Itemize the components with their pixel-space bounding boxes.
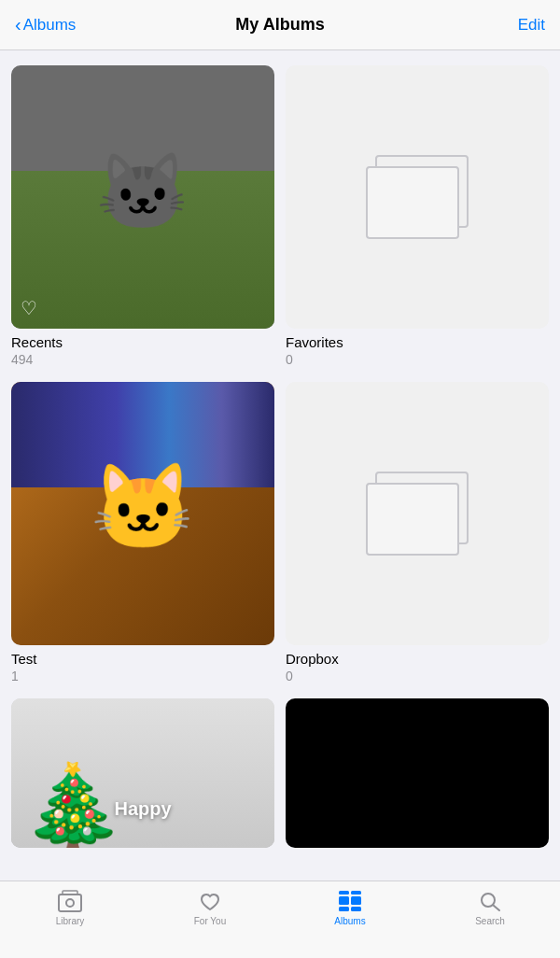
album-name-recents: Recents (11, 334, 274, 350)
library-icon (57, 889, 83, 913)
tab-library[interactable]: Library (0, 889, 140, 926)
album-name-test: Test (11, 651, 274, 667)
album-count-dropbox: 0 (286, 669, 549, 683)
heart-icon: ♡ (21, 297, 37, 319)
album-grid: ♡ Recents 494 Favorites 0 Te (11, 65, 549, 848)
svg-point-2 (66, 899, 74, 907)
svg-rect-7 (339, 891, 349, 895)
svg-rect-0 (59, 895, 81, 911)
album-item-test[interactable]: Test 1 (11, 382, 274, 683)
album-thumb-favorites (286, 65, 549, 329)
album-thumb-christmas: 🎄 Happy (11, 698, 274, 848)
page-title: My Albums (235, 15, 324, 35)
tab-albums-label: Albums (334, 916, 365, 926)
tab-albums[interactable]: Albums (280, 889, 420, 926)
album-thumb-recents: ♡ (11, 65, 274, 329)
album-item-recents[interactable]: ♡ Recents 494 (11, 65, 274, 367)
album-item-christmas[interactable]: 🎄 Happy (11, 698, 274, 848)
svg-rect-3 (339, 896, 349, 905)
album-count-test: 1 (11, 669, 274, 683)
favorites-empty (286, 65, 549, 329)
for-you-icon (197, 889, 223, 913)
tab-library-label: Library (56, 916, 85, 926)
chevron-left-icon: ‹ (15, 14, 21, 35)
stack-rect-2 (366, 166, 459, 239)
album-name-dropbox: Dropbox (286, 651, 549, 667)
xmas-tree-icon: 🎄 (21, 759, 125, 848)
tab-search-label: Search (475, 916, 505, 926)
empty-stack-dropbox-icon (366, 472, 469, 556)
albums-content: ♡ Recents 494 Favorites 0 Te (0, 50, 560, 881)
tab-bar: Library For You Albums Search (0, 881, 560, 958)
album-item-favorites[interactable]: Favorites 0 (286, 65, 549, 367)
svg-line-10 (494, 906, 500, 911)
svg-rect-5 (339, 907, 349, 911)
albums-icon (337, 889, 363, 913)
stack-rect-d2 (366, 483, 459, 556)
tab-for-you[interactable]: For You (140, 889, 280, 926)
recents-photo (11, 65, 274, 329)
tab-search[interactable]: Search (420, 889, 560, 926)
album-count-favorites: 0 (286, 352, 549, 367)
test-photo (11, 382, 274, 645)
back-button[interactable]: ‹ Albums (15, 14, 76, 35)
album-name-favorites: Favorites (286, 334, 549, 350)
empty-stack-icon (366, 155, 469, 239)
tab-for-you-label: For You (194, 916, 226, 926)
svg-rect-6 (351, 907, 361, 911)
svg-rect-8 (351, 891, 361, 895)
edit-button[interactable]: Edit (518, 16, 545, 35)
album-item-dropbox[interactable]: Dropbox 0 (286, 382, 549, 683)
album-thumb-test (11, 382, 274, 645)
album-thumb-dropbox (286, 382, 549, 645)
search-icon (477, 889, 503, 913)
back-label: Albums (23, 16, 77, 35)
dropbox-empty (286, 382, 549, 645)
album-item-black[interactable] (286, 698, 549, 848)
album-thumb-black (286, 698, 549, 848)
header: ‹ Albums My Albums Edit (0, 0, 560, 50)
xmas-text: Happy (114, 798, 171, 820)
album-count-recents: 494 (11, 352, 274, 367)
svg-rect-1 (63, 891, 77, 895)
svg-rect-4 (351, 896, 361, 905)
